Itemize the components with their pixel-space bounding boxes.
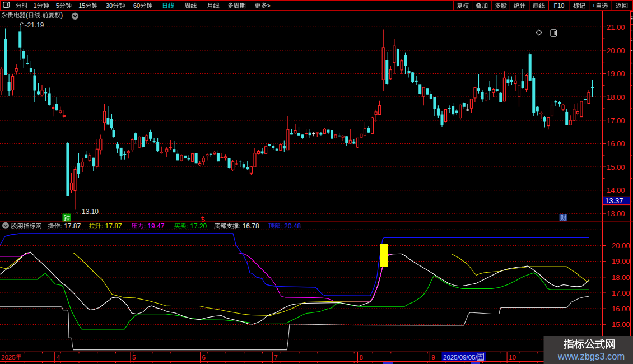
svg-text:1: 1 bbox=[34, 2, 37, 9]
svg-text:: 16.78: : 16.78 bbox=[239, 222, 259, 230]
svg-text:17.00: 17.00 bbox=[607, 116, 625, 125]
svg-text:19.00: 19.00 bbox=[607, 69, 625, 78]
svg-text:15.00: 15.00 bbox=[607, 163, 625, 171]
svg-text:13.00: 13.00 bbox=[607, 209, 625, 218]
svg-text:15.00: 15.00 bbox=[612, 320, 630, 329]
svg-text:19.00: 19.00 bbox=[612, 257, 630, 265]
svg-text:www.zbgs3.com: www.zbgs3.com bbox=[557, 351, 625, 361]
svg-text:: 19.47: : 19.47 bbox=[144, 222, 165, 230]
svg-text:20.00: 20.00 bbox=[607, 46, 625, 55]
svg-text:~21.19: ~21.19 bbox=[24, 21, 44, 29]
svg-text:2025/09/05/: 2025/09/05/ bbox=[443, 354, 478, 361]
svg-text:.: . bbox=[40, 11, 42, 19]
svg-text:8: 8 bbox=[360, 354, 363, 361]
svg-text:60: 60 bbox=[133, 2, 140, 9]
svg-text:7: 7 bbox=[274, 354, 277, 361]
svg-text:F10: F10 bbox=[554, 2, 565, 9]
svg-text:: 20.48: : 20.48 bbox=[281, 222, 301, 230]
svg-text:21.00: 21.00 bbox=[607, 23, 625, 31]
svg-text:5: 5 bbox=[56, 2, 59, 9]
svg-text:(: ( bbox=[26, 11, 28, 19]
svg-text:16.00: 16.00 bbox=[607, 139, 625, 148]
svg-text:15: 15 bbox=[78, 2, 85, 9]
svg-text:5: 5 bbox=[132, 354, 136, 361]
svg-text:14.00: 14.00 bbox=[607, 186, 625, 194]
svg-text:): ) bbox=[60, 11, 63, 19]
svg-text:18.00: 18.00 bbox=[612, 273, 630, 282]
svg-text:9: 9 bbox=[431, 354, 435, 361]
svg-text:16.00: 16.00 bbox=[612, 305, 630, 313]
svg-text:10: 10 bbox=[509, 354, 516, 361]
svg-text:4: 4 bbox=[57, 354, 60, 361]
svg-text:17.00: 17.00 bbox=[612, 289, 630, 297]
svg-text:: 17.20: : 17.20 bbox=[187, 222, 207, 230]
svg-text:30: 30 bbox=[106, 2, 113, 9]
svg-text:18.00: 18.00 bbox=[607, 93, 625, 101]
svg-text:←13.10: ←13.10 bbox=[75, 208, 99, 216]
svg-text:20.00: 20.00 bbox=[612, 241, 630, 250]
svg-text:>: > bbox=[267, 2, 271, 9]
svg-text:2025: 2025 bbox=[1, 354, 16, 361]
svg-text:6: 6 bbox=[202, 354, 206, 361]
svg-text:+: + bbox=[592, 2, 595, 9]
svg-text:: 17.87: : 17.87 bbox=[60, 222, 81, 230]
svg-text:: 17.87: : 17.87 bbox=[101, 222, 122, 230]
svg-text:13.37: 13.37 bbox=[605, 197, 623, 205]
